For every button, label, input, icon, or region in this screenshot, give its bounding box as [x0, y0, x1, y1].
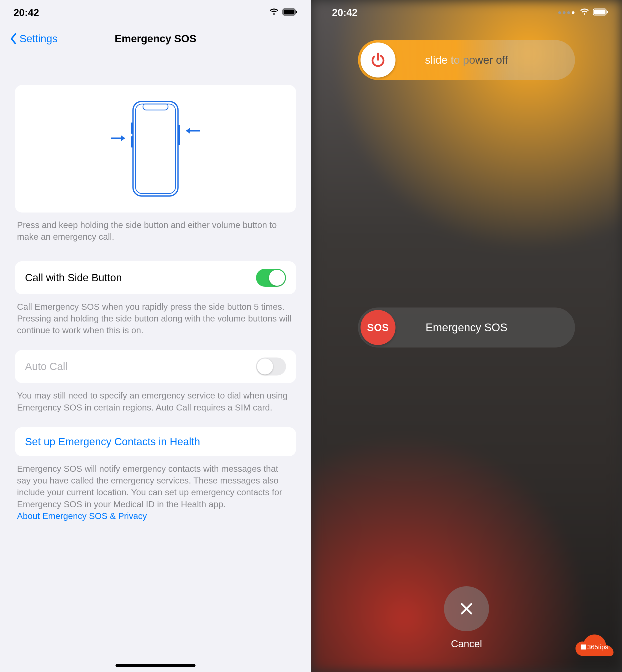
battery-icon: [282, 8, 298, 16]
auto-call-label: Auto Call: [25, 360, 68, 373]
settings-screen: 20:42 Settings Emergency SOS: [0, 0, 311, 672]
back-label: Settings: [20, 33, 58, 45]
contacts-footer: Emergency SOS will notify emergency cont…: [15, 456, 296, 522]
svg-rect-5: [136, 104, 175, 193]
wifi-icon: [269, 8, 279, 17]
home-indicator[interactable]: [115, 664, 196, 667]
setup-emergency-contacts-link[interactable]: Set up Emergency Contacts in Health: [15, 427, 296, 456]
contacts-footer-text: Emergency SOS will notify emergency cont…: [17, 464, 282, 509]
illustration-card: [15, 85, 296, 212]
privacy-link[interactable]: About Emergency SOS & Privacy: [17, 511, 147, 521]
svg-rect-2: [296, 11, 297, 13]
cancel-label: Cancel: [451, 638, 482, 649]
power-off-screen: 20:42 slide to power off: [311, 0, 622, 672]
status-icons: [558, 8, 609, 17]
status-bar: 20:42: [311, 0, 622, 25]
call-with-side-button-footer: Call Emergency SOS when you rapidly pres…: [15, 294, 296, 336]
svg-rect-7: [131, 122, 133, 134]
auto-call-toggle[interactable]: [256, 357, 286, 376]
svg-rect-12: [607, 11, 608, 13]
svg-rect-4: [133, 102, 178, 196]
arrow-right-icon: [111, 135, 126, 142]
power-icon: [369, 51, 387, 69]
call-with-side-button-label: Call with Side Button: [25, 272, 122, 284]
close-icon: [458, 600, 475, 617]
nav-bar: Settings Emergency SOS: [0, 25, 311, 52]
wifi-icon: [580, 8, 589, 17]
illustration-footer: Press and keep holding the side button a…: [15, 212, 296, 243]
svg-rect-6: [178, 125, 180, 145]
power-off-slider[interactable]: slide to power off: [358, 40, 575, 80]
svg-rect-1: [283, 9, 295, 14]
auto-call-row[interactable]: Auto Call: [15, 350, 296, 383]
chevron-left-icon: [10, 33, 17, 44]
svg-rect-8: [131, 136, 133, 147]
arrow-left-icon: [185, 127, 200, 135]
status-time: 20:42: [332, 7, 357, 18]
emergency-sos-slider[interactable]: Emergency SOS SOS: [358, 308, 575, 348]
watermark: 365tips: [572, 632, 617, 662]
watermark-text: 365tips: [587, 643, 608, 651]
cellular-icon: [558, 11, 575, 14]
emergency-sos-thumb[interactable]: SOS: [360, 310, 395, 345]
cancel-button[interactable]: [444, 586, 489, 631]
battery-icon: [593, 8, 609, 16]
back-button[interactable]: Settings: [10, 33, 58, 45]
status-bar: 20:42: [0, 0, 311, 25]
svg-rect-11: [594, 9, 606, 14]
power-off-thumb[interactable]: [360, 42, 395, 77]
auto-call-footer: You may still need to specify an emergen…: [15, 383, 296, 413]
sos-icon: SOS: [367, 322, 389, 333]
status-icons: [269, 8, 298, 17]
call-with-side-button-row[interactable]: Call with Side Button: [15, 261, 296, 294]
phone-outline-icon: [131, 100, 180, 198]
call-with-side-button-toggle[interactable]: [256, 269, 286, 287]
status-time: 20:42: [13, 7, 39, 18]
